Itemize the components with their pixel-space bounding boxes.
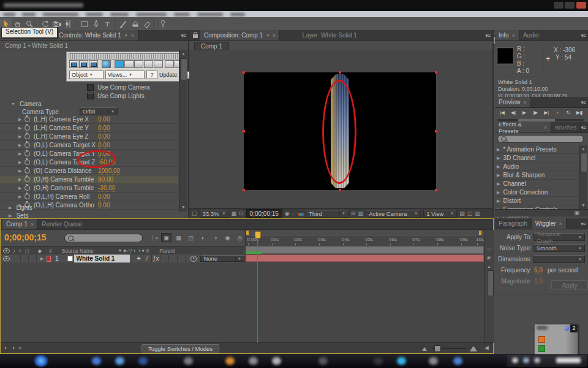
layer-visibility-icon[interactable]	[3, 256, 10, 261]
panel-menu-icon[interactable]: ▾≡	[581, 33, 586, 39]
last-frame-button[interactable]: ▶|	[541, 109, 551, 116]
property-value[interactable]: 0.00	[98, 202, 110, 209]
layer-quality-switch[interactable]: ⁄	[143, 255, 152, 262]
layer-handle[interactable]	[339, 189, 341, 191]
magnification-dropdown[interactable]: 33.3% ▼	[200, 210, 229, 218]
disclosure-icon[interactable]: ▶	[18, 160, 24, 165]
use-comp-lights-checkbox[interactable]	[87, 93, 94, 99]
play-button[interactable]: ▶	[519, 109, 529, 116]
puppet-pin-tool[interactable]	[157, 18, 168, 29]
comp-marker-icon[interactable]: ◩	[485, 255, 493, 261]
new-folder-icon[interactable]: ▣	[574, 210, 579, 216]
guides-dropdown[interactable]: Third ▼	[306, 210, 349, 218]
layer-switch-cell[interactable]: ✦	[135, 255, 143, 262]
tab-brushes[interactable]: Brushes	[551, 122, 581, 132]
scroll-down-icon[interactable]: ▼	[179, 204, 187, 210]
pan-behind-tool[interactable]	[62, 18, 74, 29]
camera-type-dropdown[interactable]: Orbit ▼	[80, 107, 118, 115]
property-row-selected[interactable]: ▶(O,H) Camera Tumble90.00	[0, 175, 178, 184]
layer-disclosure-icon[interactable]: ▶	[40, 256, 43, 261]
grid-guides-icon[interactable]: ▦	[232, 211, 237, 217]
close-icon[interactable]: ×	[131, 33, 134, 39]
close-icon[interactable]: ×	[544, 125, 547, 131]
timeline-zoom-slider[interactable]	[432, 348, 466, 349]
pixel-aspect-icon[interactable]: ▤	[459, 211, 465, 217]
scrollbar-thumb[interactable]	[487, 270, 494, 296]
tab-layer[interactable]: Layer: White Solid 1	[298, 30, 361, 40]
property-value[interactable]: 1000.00	[98, 167, 120, 175]
pen-tool[interactable]	[90, 18, 102, 29]
property-row[interactable]: ▶(O) Camera Distance1000.00	[0, 167, 178, 175]
layer-handle[interactable]	[435, 130, 437, 132]
type-tool[interactable]: T	[102, 18, 113, 29]
composition-frame[interactable]	[244, 72, 436, 190]
close-icon[interactable]: ×	[559, 221, 562, 227]
noise-type-dropdown[interactable]: Smooth ▼	[533, 244, 585, 252]
panel-menu-icon[interactable]: ▾≡	[581, 99, 586, 105]
current-time-indicator[interactable]	[255, 231, 261, 239]
camera-preset-icon[interactable]	[69, 60, 78, 68]
effects-category[interactable]: ▶Color Correction	[495, 188, 581, 197]
tab-render-queue[interactable]: Render Queue	[38, 219, 86, 229]
region-of-interest-icon[interactable]: ⊞	[351, 211, 356, 217]
parent-column-header[interactable]: Parent	[159, 248, 175, 254]
zoom-slider-thumb[interactable]	[434, 345, 441, 352]
tab-effects-presets[interactable]: Effects & Presets ×	[495, 122, 551, 132]
camera-sun-icon[interactable]	[79, 60, 88, 68]
snapshot-icon[interactable]: ◉	[285, 211, 290, 217]
start-orb[interactable]	[34, 355, 48, 367]
disclosure-icon[interactable]: ▶	[497, 182, 500, 186]
effects-category[interactable]: ▶Channel	[495, 180, 581, 188]
disclosure-icon[interactable]: ▶	[9, 205, 12, 210]
disclosure-icon[interactable]: ▶	[497, 173, 500, 178]
panel-menu-icon[interactable]: ▾≡	[581, 221, 586, 227]
close-icon[interactable]: ×	[31, 221, 34, 228]
audio-column-icon[interactable]: ♪	[13, 248, 15, 254]
pan-icon[interactable]	[134, 60, 143, 68]
clone-stamp-tool[interactable]	[129, 18, 141, 29]
disclosure-icon[interactable]: ▶	[18, 134, 24, 139]
frequency-value[interactable]: 5,0	[534, 267, 543, 274]
loop-button[interactable]: ↻	[564, 109, 573, 116]
disclosure-icon[interactable]: ▶	[9, 213, 12, 218]
tab-wiggler[interactable]: Wiggler ×	[532, 218, 567, 229]
mini-flowchart-icon[interactable]: ▥	[475, 211, 480, 217]
panel-menu-icon[interactable]: ▾≡	[181, 33, 186, 39]
brush-tool[interactable]	[118, 18, 129, 29]
brainstorm-icon[interactable]: ◉	[222, 233, 233, 242]
minimize-button[interactable]	[554, 2, 564, 9]
pointer-icon[interactable]	[165, 60, 174, 68]
comp-subtab[interactable]: Comp 1	[194, 42, 229, 51]
stopwatch-icon[interactable]	[24, 134, 30, 139]
disclosure-icon[interactable]: ▶	[18, 117, 24, 122]
draft-3d-icon[interactable]: ▦	[173, 233, 184, 242]
zoom-out-icon[interactable]	[422, 347, 427, 351]
scrollbar-thumb[interactable]	[181, 58, 187, 80]
channel-icon[interactable]	[298, 210, 303, 217]
stopwatch-icon[interactable]	[24, 142, 30, 148]
views-dropdown[interactable]: Views... ▾	[105, 71, 145, 79]
label-column-icon[interactable]: ◆	[37, 248, 42, 254]
help-button[interactable]: ?	[146, 71, 157, 79]
first-frame-button[interactable]: |◀	[497, 109, 507, 116]
time-ruler[interactable]: 0:00s 01s 02s 03s 04s 05s 06s 07s 08s 09…	[246, 235, 485, 247]
composition-viewport[interactable]	[189, 50, 492, 207]
close-icon[interactable]: ×	[273, 33, 276, 39]
time-ruler-area[interactable]: 0:00s 01s 02s 03s 04s 05s 06s 07s 08s 09…	[245, 230, 484, 246]
move-tool-icon[interactable]	[115, 60, 124, 68]
live-update-icon[interactable]: ▣	[161, 233, 172, 242]
layer-name[interactable]: White Solid 1	[74, 255, 130, 263]
property-row[interactable]: ▶(L,H) Camera Eye Z0.00	[0, 132, 178, 141]
stopwatch-icon[interactable]	[24, 185, 30, 191]
motion-blur-icon[interactable]: ◑	[210, 233, 221, 242]
disclosure-icon[interactable]: ▶	[18, 143, 24, 148]
tab-info[interactable]: Info ×	[495, 30, 519, 40]
stopwatch-icon[interactable]	[24, 159, 30, 165]
mini-flowchart-icon[interactable]: ⋮≡	[149, 233, 159, 242]
camera-spot-icon[interactable]	[89, 60, 98, 68]
camera-group-header[interactable]: ▼ Camera	[11, 101, 42, 107]
globe-icon[interactable]	[102, 60, 111, 68]
apply-button[interactable]: Apply	[551, 280, 588, 290]
parent-dropdown[interactable]: None ▼	[200, 255, 244, 262]
lock-column-icon[interactable]: ◻	[24, 248, 29, 254]
